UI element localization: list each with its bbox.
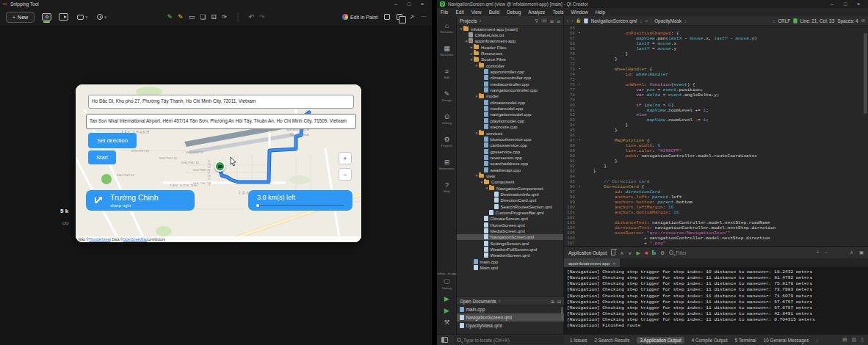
mode-welcome[interactable]: ⌂Welcome xyxy=(437,16,457,39)
scroll-down-icon[interactable]: ∨ xyxy=(628,250,632,255)
more-options-button[interactable]: ⋯ xyxy=(421,14,426,20)
document-dropdown[interactable]: NavigationScreen.qml xyxy=(591,18,637,23)
combo-arrow-icon[interactable]: ↕ xyxy=(640,18,642,23)
zoom-in-output-icon[interactable]: + xyxy=(817,250,820,255)
menu-item-file[interactable]: File xyxy=(437,10,452,15)
toggle-sidebar-icon[interactable] xyxy=(441,337,448,343)
back-icon[interactable]: ‹ xyxy=(567,18,568,23)
tree-item-gpsservice-cpp[interactable]: gpsservice.cpp xyxy=(457,148,563,154)
mode-debug[interactable]: ⊙Debug xyxy=(437,107,457,130)
tree-item-bluetoothservice-cpp[interactable]: bluetoothservice.cpp xyxy=(457,136,563,142)
locator-field[interactable]: Type to locate (Ctrl+K) xyxy=(454,336,564,344)
settings-gear-icon[interactable]: ⚙ xyxy=(660,250,665,255)
tree-item-appcontroller-cpp[interactable]: appcontroller.cpp xyxy=(457,68,563,74)
output-pane-tab-6[interactable]: 10 General Messages xyxy=(764,338,809,343)
tree-item-reverseosm-cpp[interactable]: reverseosm.cpp xyxy=(457,154,563,160)
tree-item-model[interactable]: ▾model xyxy=(457,93,563,99)
mode-help[interactable]: ?Help xyxy=(437,175,457,198)
output-pane-tab-5[interactable]: 5 Terminal xyxy=(735,338,756,343)
output-pane-tab-4[interactable]: 4 Compile Output xyxy=(692,338,728,343)
debug-run-button[interactable]: ▶ xyxy=(437,305,457,316)
tree-item-climatescreen-qml[interactable]: ClimateScreen.qml xyxy=(457,216,563,222)
close-pane-icon[interactable]: ⊟ xyxy=(557,299,561,304)
collapse-panel-icon[interactable]: ∧ xyxy=(850,250,853,255)
split-pane-icon[interactable]: ⊞ xyxy=(550,18,554,23)
cursor-position-indicator[interactable]: Line: 21, Col: 33 xyxy=(800,18,835,23)
analyze-bars-icon[interactable] xyxy=(652,250,656,255)
forward-icon[interactable]: › xyxy=(571,18,573,23)
menu-item-tools[interactable]: Tools xyxy=(549,10,567,15)
split-pane-icon[interactable]: ⊞ xyxy=(551,299,554,304)
minimize-button[interactable]: – xyxy=(389,0,402,8)
tree-item-directioncard-qml[interactable]: DirectionCard.qml xyxy=(457,197,563,203)
tree-item-weatherfullscreen-qml[interactable]: WeatherFullScreen.qml xyxy=(457,246,563,252)
tree-item-cmakelists-txt[interactable]: CMakeLists.txt xyxy=(457,32,563,37)
menu-item-edit[interactable]: Edit xyxy=(452,10,467,15)
snip-shape-dropdown[interactable]: ∨ xyxy=(77,15,88,20)
clear-output-icon[interactable] xyxy=(611,250,615,255)
output-filter[interactable]: Filter xyxy=(669,250,686,255)
output-pane-tab-2[interactable]: 2 Search Results xyxy=(594,338,629,343)
build-button[interactable]: ⚒ xyxy=(437,316,457,328)
tree-item-destinationinfo-qml[interactable]: DestinationInfo.qml xyxy=(457,191,563,197)
combo-arrow-icon[interactable]: ↕ xyxy=(684,18,687,23)
menu-item-debug[interactable]: Debug xyxy=(503,10,524,15)
kit-selector[interactable]: 🖵Debug xyxy=(437,275,457,293)
tree-item-navigationcomponenet[interactable]: ▾NavigationComponenet xyxy=(457,185,563,191)
tree-item-searchaddress-cpp[interactable]: searchaddress.cpp xyxy=(457,161,563,167)
output-pane-tab-3[interactable]: 3 Application Output xyxy=(637,337,684,344)
tree-item-component[interactable]: ▾Component xyxy=(457,179,563,185)
statusbar-icon-1[interactable]: ▤ xyxy=(842,337,847,343)
run-button[interactable]: ▶ xyxy=(437,293,457,305)
close-tab-icon[interactable]: × xyxy=(612,261,615,266)
redo-icon[interactable]: ↷ xyxy=(259,14,265,21)
tree-item-view[interactable]: ▾view xyxy=(457,172,563,178)
menu-item-view[interactable]: View xyxy=(468,10,485,15)
tree-item-mediascreen-qml[interactable]: MediaScreen.qml xyxy=(457,228,563,233)
action-pen-icon[interactable]: ✑ xyxy=(222,14,228,21)
tree-item-navigationcontroller-cpp[interactable]: navigationcontroller.cpp xyxy=(457,87,563,92)
undo-icon[interactable]: ↶ xyxy=(248,14,254,21)
mode-projects[interactable]: ⚙Projects xyxy=(437,130,457,153)
output-run-tab[interactable]: appinfotainment-app × xyxy=(564,258,620,267)
pane-combo-arrow-icon[interactable]: ↕ xyxy=(479,18,481,23)
tree-item-mediamodel-cpp[interactable]: mediamodel.cpp xyxy=(457,105,563,111)
symbol-dropdown[interactable]: OpacityMask xyxy=(654,18,681,23)
editor-scrollbar[interactable] xyxy=(864,33,867,114)
open-document-navigationscreen-qml[interactable]: NavigationScreen.qml xyxy=(457,313,564,322)
open-document-opacitymask-qml[interactable]: OpacityMask.qml xyxy=(457,322,564,330)
close-button[interactable]: × xyxy=(416,0,429,8)
set-direction-button[interactable]: Set direction xyxy=(88,133,137,148)
tree-item-infotainment-app-main-[interactable]: ▾infotainment-app [main] xyxy=(457,26,563,32)
map-zoom-out-button[interactable]: − xyxy=(339,168,352,181)
output-pane-tab-1[interactable]: 1 Issues xyxy=(570,338,587,343)
menu-item-help[interactable]: Help xyxy=(592,10,609,15)
map-zoom-in-button[interactable]: + xyxy=(339,152,352,164)
tree-item-source-files[interactable]: ▾Source Files xyxy=(457,57,563,62)
new-snip-button[interactable]: +New xyxy=(6,12,35,23)
pane-combo-arrow-icon[interactable]: ↕ xyxy=(499,299,501,303)
code-editor[interactable]: 6566▾ onPositionChanged: {67 mapView.pan… xyxy=(564,26,868,246)
split-editor-icon[interactable]: ⊞ xyxy=(861,18,865,23)
tree-item-customprogressbar-qml[interactable]: CustomProgressBar.qml xyxy=(457,209,563,215)
zoom-out-output-icon[interactable]: − xyxy=(825,250,828,255)
menu-item-window[interactable]: Window xyxy=(568,10,592,15)
tree-item-steproute-cpp[interactable]: steproute.cpp xyxy=(457,124,563,130)
tree-item-settingsscreen-qml[interactable]: SettingsScreen.qml xyxy=(457,240,563,246)
edit-in-paint-button[interactable]: Edit in Paint xyxy=(342,14,377,20)
open-documents-title[interactable]: Open Documents xyxy=(460,299,496,304)
open-document-main-cpp[interactable]: main.cpp xyxy=(457,305,564,313)
highlighter-icon[interactable]: ✎ xyxy=(178,14,184,21)
tree-item-playlistmodel-cpp[interactable]: playlistmodel.cpp xyxy=(457,117,563,123)
tree-item-services[interactable]: ▾services xyxy=(457,130,563,136)
stop-icon[interactable]: ■ xyxy=(645,250,648,255)
save-icon[interactable] xyxy=(384,14,390,20)
copy-icon[interactable] xyxy=(397,14,402,20)
line-ending-indicator[interactable]: CRLF xyxy=(778,18,790,23)
pane-arrow-icon[interactable]: ↕ xyxy=(816,338,818,343)
mode-design[interactable]: ✎Design xyxy=(437,84,457,107)
open-documents-scrollbar[interactable] xyxy=(561,307,563,320)
tree-item-weatherapi-cpp[interactable]: weatherapi.cpp xyxy=(457,167,563,172)
qt-maximize-button[interactable]: □ xyxy=(839,0,852,8)
close-document-icon[interactable]: × xyxy=(645,18,648,23)
